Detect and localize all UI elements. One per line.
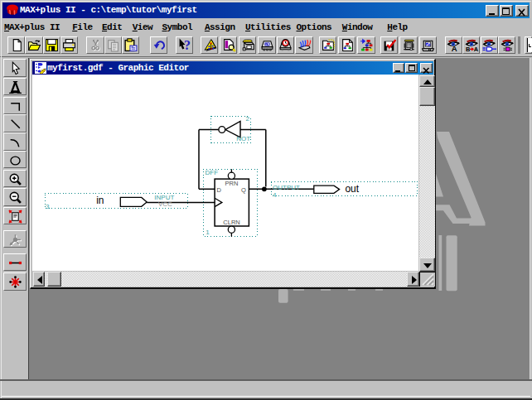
svg-text:DFF: DFF xyxy=(206,169,219,176)
svg-text:3: 3 xyxy=(46,203,50,210)
svg-text:PRN: PRN xyxy=(225,180,239,187)
svg-text:A: A xyxy=(452,44,457,52)
svg-text:OUTPUT: OUTPUT xyxy=(273,184,300,191)
svg-text:VCC: VCC xyxy=(158,200,172,208)
svg-text:A: A xyxy=(473,46,478,52)
svg-text:D: D xyxy=(217,186,222,194)
svg-text:?: ? xyxy=(183,38,190,52)
svg-text:2: 2 xyxy=(246,115,250,123)
svg-text:Q: Q xyxy=(241,186,246,194)
svg-text:in: in xyxy=(96,195,104,206)
svg-text:1: 1 xyxy=(206,229,210,236)
svg-text:out: out xyxy=(345,183,359,195)
svg-text:4: 4 xyxy=(273,191,277,199)
svg-text:CLRN: CLRN xyxy=(223,219,239,226)
svg-text:NOT: NOT xyxy=(236,135,250,142)
